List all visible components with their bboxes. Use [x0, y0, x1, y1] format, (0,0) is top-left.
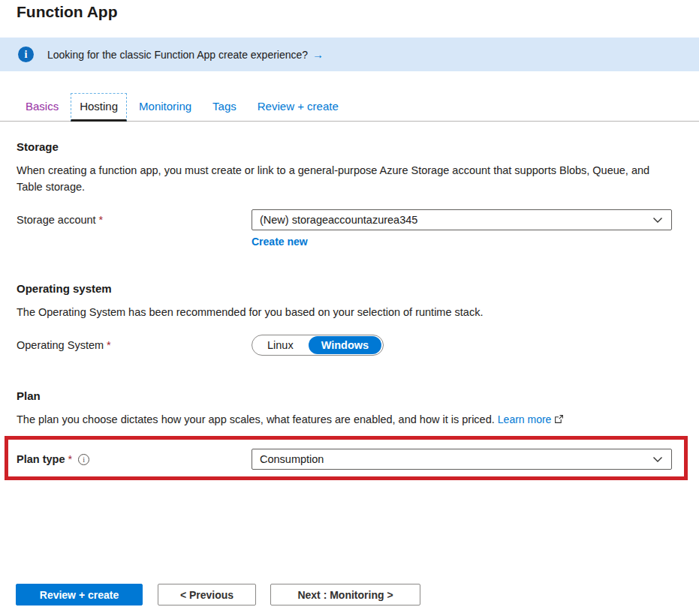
tab-review-create[interactable]: Review + create	[249, 93, 348, 122]
wizard-footer: Review + create < Previous Next : Monito…	[16, 584, 420, 605]
next-monitoring-button[interactable]: Next : Monitoring >	[270, 584, 420, 605]
tab-monitoring[interactable]: Monitoring	[130, 93, 200, 122]
arrow-right-icon[interactable]: →	[312, 48, 324, 61]
tab-hosting[interactable]: Hosting	[71, 93, 127, 122]
os-option-linux[interactable]: Linux	[252, 335, 309, 356]
storage-account-row: Storage account * (New) storageaccountaz…	[17, 209, 682, 230]
os-section-heading: Operating system	[17, 282, 682, 295]
tab-tags[interactable]: Tags	[203, 93, 246, 122]
plan-section-heading: Plan	[17, 389, 682, 402]
storage-account-value: (New) storageaccountazurea345	[260, 214, 652, 226]
classic-experience-banner: i Looking for the classic Function App c…	[0, 38, 699, 71]
previous-button[interactable]: < Previous	[158, 584, 256, 605]
external-link-icon	[554, 412, 564, 428]
red-highlight-annotation: Plan type * i Consumption	[5, 436, 688, 480]
plan-type-dropdown[interactable]: Consumption	[252, 449, 672, 470]
plan-type-value: Consumption	[260, 453, 652, 465]
storage-section-description: When creating a function app, you must c…	[17, 162, 664, 195]
plan-section-description: The plan you choose dictates how your ap…	[17, 411, 664, 428]
storage-account-label: Storage account	[17, 214, 96, 226]
required-asterisk: *	[68, 453, 72, 465]
page-title: Function App	[17, 3, 699, 21]
learn-more-link[interactable]: Learn more	[498, 413, 552, 425]
os-toggle: Linux Windows	[252, 335, 384, 356]
wizard-tabs: Basics Hosting Monitoring Tags Review + …	[0, 93, 699, 122]
os-option-windows[interactable]: Windows	[309, 336, 382, 354]
operating-system-row: Operating System * Linux Windows	[17, 335, 682, 356]
operating-system-label: Operating System	[17, 339, 104, 351]
os-section-description: The Operating System has been recommende…	[17, 304, 664, 320]
plan-type-row: Plan type * i Consumption	[17, 449, 684, 470]
required-asterisk: *	[107, 339, 111, 351]
plan-description-text: The plan you choose dictates how your ap…	[17, 413, 495, 425]
create-new-link[interactable]: Create new	[252, 236, 308, 248]
chevron-down-icon	[652, 214, 664, 226]
plan-type-label: Plan type	[17, 453, 65, 465]
info-icon: i	[18, 47, 34, 62]
tab-basics[interactable]: Basics	[17, 93, 68, 122]
required-asterisk: *	[99, 214, 104, 226]
storage-section-heading: Storage	[17, 140, 682, 153]
storage-account-dropdown[interactable]: (New) storageaccountazurea345	[252, 209, 672, 230]
chevron-down-icon	[652, 453, 664, 465]
classic-experience-link[interactable]: Looking for the classic Function App cre…	[47, 49, 308, 61]
info-tooltip-icon[interactable]: i	[78, 454, 89, 465]
review-create-button[interactable]: Review + create	[16, 584, 143, 605]
